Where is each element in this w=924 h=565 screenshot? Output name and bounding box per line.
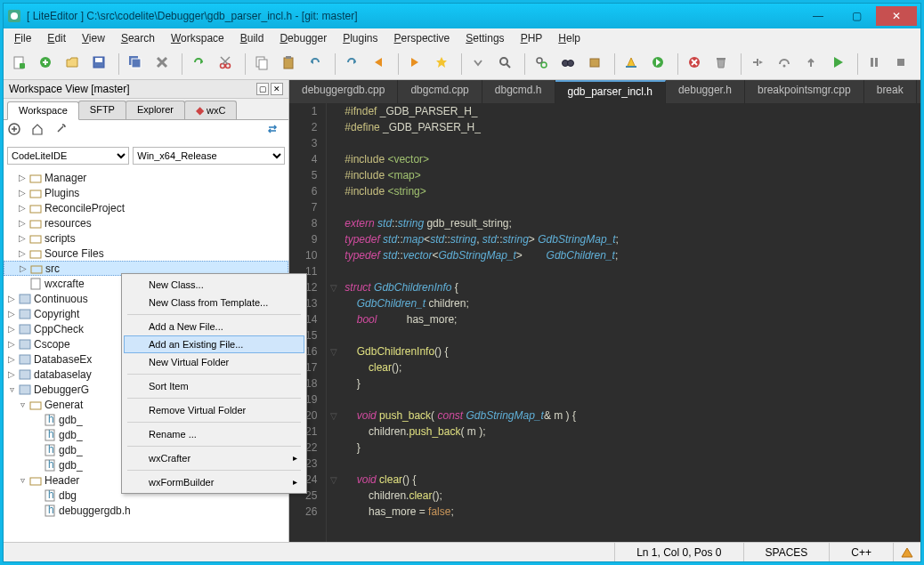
- fold-marker[interactable]: [327, 167, 341, 183]
- menu-perspective[interactable]: Perspective: [387, 30, 458, 46]
- tree-arrow-icon[interactable]: ▷: [18, 188, 27, 198]
- undo-icon[interactable]: [305, 52, 328, 76]
- menu-build[interactable]: Build: [233, 30, 272, 46]
- stop-icon[interactable]: [891, 52, 914, 76]
- find-icon[interactable]: [495, 52, 518, 76]
- fold-marker[interactable]: [327, 359, 341, 375]
- menu-edit[interactable]: Edit: [40, 30, 73, 46]
- editor-tab[interactable]: dbgcmd.cpp: [398, 80, 482, 103]
- tree-arrow-icon[interactable]: ▷: [18, 233, 27, 243]
- stop-red-icon[interactable]: [685, 52, 708, 76]
- config-select[interactable]: Win_x64_Release: [133, 147, 285, 165]
- home-icon[interactable]: [30, 122, 50, 141]
- fold-marker[interactable]: [327, 199, 341, 215]
- fold-marker[interactable]: [327, 119, 341, 135]
- menu-php[interactable]: PHP: [514, 30, 550, 46]
- tree-arrow-icon[interactable]: ▷: [7, 294, 16, 303]
- context-menu-item[interactable]: Sort Item: [124, 377, 304, 395]
- project-select[interactable]: CodeLiteIDE: [7, 147, 129, 165]
- maximize-button[interactable]: ▢: [838, 6, 875, 26]
- menu-debugger[interactable]: Debugger: [272, 30, 334, 46]
- workspace-tab-explorer[interactable]: Explorer: [126, 101, 185, 119]
- context-menu-item[interactable]: New Class from Template...: [124, 294, 304, 311]
- context-menu-item[interactable]: Add a New File...: [124, 318, 304, 335]
- close-icon[interactable]: [152, 52, 175, 76]
- editor-tab[interactable]: dbgcmd.h: [482, 80, 555, 103]
- editor-tab[interactable]: breakpointsmgr.cpp: [745, 80, 864, 103]
- back-icon[interactable]: [369, 52, 392, 76]
- tree-arrow-icon[interactable]: ▷: [7, 369, 16, 379]
- fold-marker[interactable]: ▽: [327, 472, 341, 488]
- tree-item[interactable]: hdebuggergdb.h: [4, 503, 288, 518]
- fold-marker[interactable]: [327, 295, 341, 311]
- editor-tab[interactable]: gdb_parser_incl.h: [555, 80, 666, 103]
- context-menu-item[interactable]: New Class...: [124, 276, 304, 294]
- menu-settings[interactable]: Settings: [458, 30, 511, 46]
- bookmark-down-icon[interactable]: [468, 52, 491, 76]
- fold-marker[interactable]: [327, 424, 341, 440]
- save-all-icon[interactable]: [126, 52, 149, 76]
- tree-item[interactable]: ▷Source Files: [4, 246, 288, 261]
- step-over-icon[interactable]: [774, 52, 798, 76]
- code-view[interactable]: 1234567891011121314151617181920212223242…: [289, 103, 920, 542]
- status-warning-icon[interactable]: [893, 543, 920, 561]
- tree-arrow-icon[interactable]: ▷: [18, 203, 27, 213]
- tree-item[interactable]: ▷resources: [4, 215, 288, 230]
- tree-arrow-icon[interactable]: ▷: [7, 354, 16, 364]
- context-menu-item[interactable]: New Virtual Folder: [124, 353, 304, 371]
- tree-item[interactable]: ▷Plugins: [4, 185, 288, 200]
- menu-search[interactable]: Search: [114, 30, 162, 46]
- context-menu-item[interactable]: wxCrafter: [124, 449, 304, 467]
- fold-marker[interactable]: [327, 375, 341, 391]
- menu-file[interactable]: File: [7, 30, 38, 46]
- step-icon[interactable]: [748, 52, 771, 76]
- tree-arrow-icon[interactable]: ▿: [18, 400, 27, 409]
- binocular-icon[interactable]: [558, 52, 581, 76]
- highlight-icon[interactable]: [621, 52, 644, 76]
- fold-marker[interactable]: [327, 215, 341, 231]
- fold-marker[interactable]: [327, 440, 341, 456]
- new-file-icon[interactable]: [9, 52, 32, 76]
- tree-arrow-icon[interactable]: ▷: [7, 309, 16, 319]
- fwd-icon[interactable]: [405, 52, 428, 76]
- status-language[interactable]: C++: [829, 543, 893, 561]
- fold-marker[interactable]: [327, 311, 341, 327]
- fold-marker[interactable]: [327, 183, 341, 199]
- redo2-icon[interactable]: [342, 52, 365, 76]
- fold-marker[interactable]: [327, 327, 341, 343]
- fold-column[interactable]: ▽▽▽▽: [327, 103, 341, 542]
- tree-arrow-icon[interactable]: ▷: [7, 339, 16, 349]
- workspace-close-icon[interactable]: ✕: [271, 83, 283, 95]
- tree-item[interactable]: ▷scripts: [4, 230, 288, 246]
- fold-marker[interactable]: [327, 391, 341, 408]
- trash-icon[interactable]: [711, 52, 734, 76]
- pause-icon[interactable]: [864, 52, 888, 76]
- workspace-tab-sftp[interactable]: SFTP: [78, 101, 126, 119]
- fold-marker[interactable]: [327, 135, 341, 151]
- fold-marker[interactable]: [327, 151, 341, 167]
- add-icon[interactable]: [7, 122, 27, 141]
- menu-workspace[interactable]: Workspace: [164, 30, 231, 46]
- workspace-tab-workspace[interactable]: Workspace: [7, 101, 79, 120]
- context-menu-item[interactable]: wxFormBuilder: [124, 473, 304, 491]
- fold-marker[interactable]: ▽: [327, 343, 341, 359]
- tree-arrow-icon[interactable]: ▿: [18, 475, 27, 485]
- tree-arrow-icon[interactable]: ▷: [7, 324, 16, 334]
- copy-icon[interactable]: [252, 52, 275, 76]
- menu-plugins[interactable]: Plugins: [336, 30, 385, 46]
- fold-marker[interactable]: [327, 231, 341, 247]
- tree-arrow-icon[interactable]: ▷: [18, 173, 27, 182]
- step-out-icon[interactable]: [801, 52, 824, 76]
- tree-item[interactable]: ▷ReconcileProject: [4, 200, 288, 215]
- tree-arrow-icon[interactable]: ▷: [18, 248, 27, 258]
- paste-icon[interactable]: [279, 52, 302, 76]
- wrench-icon[interactable]: [53, 122, 73, 141]
- save-icon[interactable]: [89, 52, 112, 76]
- editor-tab[interactable]: debugger.h: [666, 80, 745, 103]
- play-icon[interactable]: [828, 52, 851, 76]
- editor-tab[interactable]: debuggergdb.cpp: [289, 80, 398, 103]
- open-icon[interactable]: [62, 52, 85, 76]
- tree-item[interactable]: ▷Manager: [4, 170, 288, 185]
- context-menu-item[interactable]: Add an Existing File...: [124, 335, 304, 353]
- fold-marker[interactable]: [327, 103, 341, 119]
